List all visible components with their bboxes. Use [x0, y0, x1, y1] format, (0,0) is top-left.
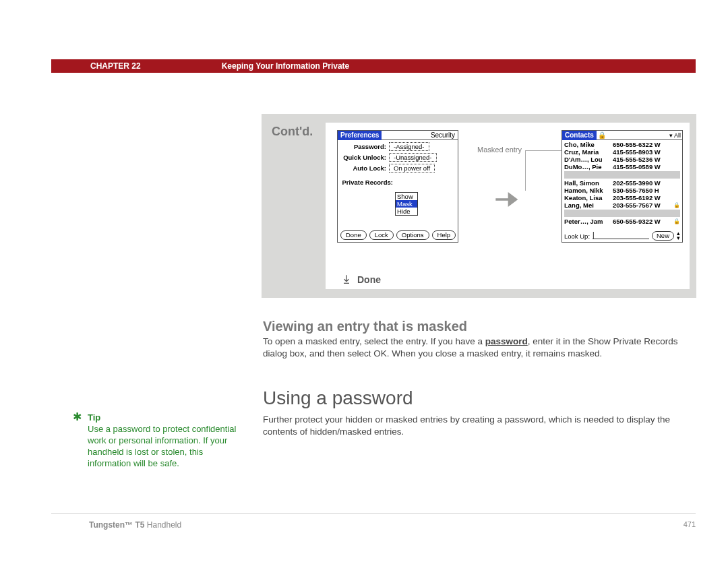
page-number: 471	[684, 520, 696, 528]
prefs-titlebar: Preferences Security	[338, 131, 458, 140]
preferences-screenshot: Preferences Security Password: -Assigned…	[337, 130, 458, 243]
done-label: Done	[357, 274, 381, 285]
password-link[interactable]: password	[485, 336, 528, 346]
callout-line	[525, 150, 562, 191]
private-records-label: Private Records:	[340, 179, 396, 186]
private-records-show[interactable]: Show	[396, 193, 417, 200]
tip-title: Tip	[88, 412, 240, 423]
tip-body: Use a password to protect confidential w…	[88, 423, 240, 469]
list-item: Hall, Simon202-555-3990 W	[564, 179, 680, 187]
private-records-hide[interactable]: Hide	[396, 208, 417, 215]
contacts-title: Contacts	[562, 131, 597, 140]
list-item: Keaton, Lisa203-555-6192 W	[564, 194, 680, 201]
viewing-paragraph: To open a masked entry, select the entry…	[263, 336, 694, 360]
quick-unlock-value[interactable]: -Unassigned-	[389, 153, 437, 162]
prefs-help-button[interactable]: Help	[432, 230, 456, 240]
viewing-heading: Viewing an entry that is masked	[263, 319, 467, 334]
list-item: Hamon, Nikk530-555-7650 H	[564, 187, 680, 194]
list-item: Cho, Mike650-555-6322 W	[564, 141, 680, 148]
continuation-block: Cont'd. Preferences Security Password: -…	[262, 114, 696, 298]
lock-icon: 🔒	[597, 131, 606, 139]
footer-separator	[51, 513, 696, 514]
password-label: Password:	[340, 143, 389, 150]
password-value[interactable]: -Assigned-	[389, 142, 429, 151]
private-records-mask[interactable]: Mask	[396, 200, 417, 208]
contacts-titlebar: Contacts 🔒 ▾All	[562, 131, 682, 140]
list-item: Lang, Mei203-555-7567 W🔒	[564, 201, 680, 209]
using-password-paragraph: Further protect your hidden or masked en…	[263, 414, 694, 438]
chapter-title: Keeping Your Information Private	[141, 61, 350, 71]
new-button[interactable]: New	[652, 231, 674, 241]
auto-lock-value[interactable]: On power off	[389, 164, 435, 173]
auto-lock-label: Auto Lock:	[340, 164, 389, 172]
using-password-heading: Using a password	[263, 387, 413, 409]
list-item: Peter…, Jam650-555-9322 W🔒	[564, 218, 680, 225]
chapter-header: CHAPTER 22 Keeping Your Information Priv…	[51, 59, 696, 73]
contacts-screenshot: Contacts 🔒 ▾All Cho, Mike650-555-6322 W …	[562, 130, 683, 243]
asterisk-icon: ✱	[73, 412, 82, 423]
prefs-options-button[interactable]: Options	[396, 230, 429, 240]
tip-block: ✱ Tip Use a password to protect confiden…	[88, 412, 240, 469]
footer-product: Tungsten™ T5 Handheld	[89, 520, 181, 530]
masked-entry-callout: Masked entry	[477, 146, 522, 154]
arrow-right-icon	[491, 185, 520, 217]
contacts-list: Cho, Mike650-555-6322 W Cruz, Maria415-5…	[562, 140, 682, 225]
private-records-list[interactable]: Show Mask Hide	[395, 192, 418, 216]
list-item: DuMo…, Pie415-555-0589 W	[564, 163, 680, 170]
masked-row[interactable]	[564, 171, 680, 179]
contd-label: Cont'd.	[272, 125, 313, 139]
done-step: Done	[341, 274, 381, 285]
list-item: D'Am…, Lou415-555-5236 W	[564, 156, 680, 163]
quick-unlock-label: Quick Unlock:	[340, 154, 389, 161]
lock-icon: 🔒	[673, 218, 680, 225]
masked-row[interactable]	[564, 210, 680, 217]
lock-icon: 🔒	[673, 201, 680, 209]
list-item: Cruz, Maria415-555-8903 W	[564, 148, 680, 156]
prefs-done-button[interactable]: Done	[340, 230, 367, 240]
prefs-category: Security	[431, 131, 458, 139]
scroll-arrows-icon[interactable]: ▴▾	[677, 231, 680, 241]
done-arrow-icon	[341, 274, 352, 285]
screenshots-panel: Preferences Security Password: -Assigned…	[326, 123, 690, 289]
prefs-title: Preferences	[338, 131, 382, 140]
contacts-category[interactable]: ▾All	[669, 132, 682, 139]
lookup-label: Look Up:	[564, 232, 590, 240]
chapter-number: CHAPTER 22	[51, 61, 141, 71]
prefs-lock-button[interactable]: Lock	[369, 230, 394, 240]
lookup-input[interactable]	[593, 232, 649, 239]
